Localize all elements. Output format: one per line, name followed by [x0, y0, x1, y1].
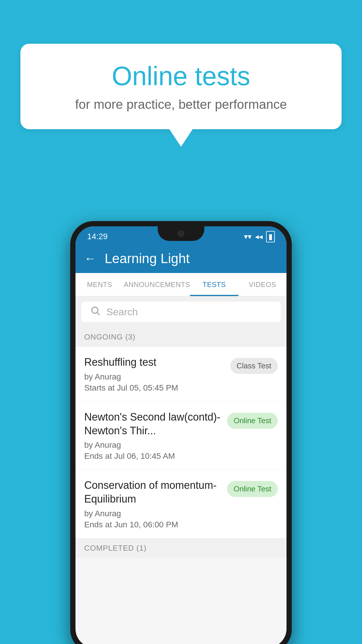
test-info-2: Newton's Second law(contd)-Newton's Thir…	[84, 410, 221, 461]
completed-section-header: COMPLETED (1)	[75, 538, 287, 558]
completed-section-title: COMPLETED (1)	[84, 544, 147, 552]
test-author-2: by Anurag	[84, 440, 221, 450]
test-badge-1: Class Test	[230, 358, 278, 374]
tab-announcements[interactable]: ANNOUNCEMENTS	[124, 273, 190, 296]
signal-icon: ◂◂	[255, 232, 263, 241]
test-item-3[interactable]: Conservation of momentum-Equilibrium by …	[75, 470, 287, 538]
battery-icon: ▮	[266, 231, 275, 242]
phone-screen: 14:29 ▾▾ ◂◂ ▮ ← Learning Light MENTS ANN…	[75, 226, 287, 644]
test-badge-2: Online Test	[227, 413, 278, 429]
status-icons: ▾▾ ◂◂ ▮	[244, 231, 275, 242]
ongoing-section-header: ONGOING (3)	[75, 327, 287, 347]
test-info-3: Conservation of momentum-Equilibrium by …	[84, 479, 221, 529]
search-box[interactable]: Search	[81, 302, 281, 322]
app-header: ← Learning Light	[75, 244, 287, 273]
test-info-1: Reshuffling test by Anurag Starts at Jul…	[84, 356, 224, 393]
test-item-2[interactable]: Newton's Second law(contd)-Newton's Thir…	[75, 402, 287, 470]
test-name-2: Newton's Second law(contd)-Newton's Thir…	[84, 410, 221, 438]
phone-frame: 14:29 ▾▾ ◂◂ ▮ ← Learning Light MENTS ANN…	[70, 221, 292, 644]
test-time-2: Ends at Jul 06, 10:45 AM	[84, 452, 221, 461]
tab-bar: MENTS ANNOUNCEMENTS TESTS VIDEOS	[75, 273, 287, 296]
test-badge-3: Online Test	[227, 481, 278, 497]
test-time-3: Ends at Jun 10, 06:00 PM	[84, 520, 221, 529]
test-item-1[interactable]: Reshuffling test by Anurag Starts at Jul…	[75, 347, 287, 402]
test-author-3: by Anurag	[84, 509, 221, 518]
test-author-1: by Anurag	[84, 372, 224, 382]
front-camera	[178, 230, 184, 237]
phone-notch	[158, 226, 204, 241]
search-placeholder: Search	[106, 306, 138, 318]
search-container: Search	[75, 296, 287, 327]
bubble-tail	[169, 129, 193, 147]
content-area: Search ONGOING (3) Reshuffling test by A…	[75, 296, 287, 644]
svg-line-1	[97, 312, 100, 315]
bubble-title: Online tests	[44, 61, 318, 91]
svg-point-0	[92, 307, 98, 313]
speech-bubble-container: Online tests for more practice, better p…	[20, 44, 342, 147]
tab-videos[interactable]: VIDEOS	[238, 273, 287, 296]
back-button[interactable]: ←	[84, 252, 96, 265]
tab-tests[interactable]: TESTS	[190, 273, 238, 296]
bubble-subtitle: for more practice, better performance	[44, 97, 318, 112]
test-name-3: Conservation of momentum-Equilibrium	[84, 479, 221, 506]
search-icon	[90, 305, 101, 318]
test-list: Reshuffling test by Anurag Starts at Jul…	[75, 347, 287, 538]
test-time-1: Starts at Jul 05, 05:45 PM	[84, 383, 224, 393]
status-time: 14:29	[87, 232, 108, 241]
test-name-1: Reshuffling test	[84, 356, 224, 369]
app-header-title: Learning Light	[105, 251, 190, 266]
speech-bubble: Online tests for more practice, better p…	[20, 44, 342, 129]
wifi-icon: ▾▾	[244, 232, 252, 241]
tab-ments[interactable]: MENTS	[75, 273, 124, 296]
ongoing-section-title: ONGOING (3)	[84, 332, 136, 341]
